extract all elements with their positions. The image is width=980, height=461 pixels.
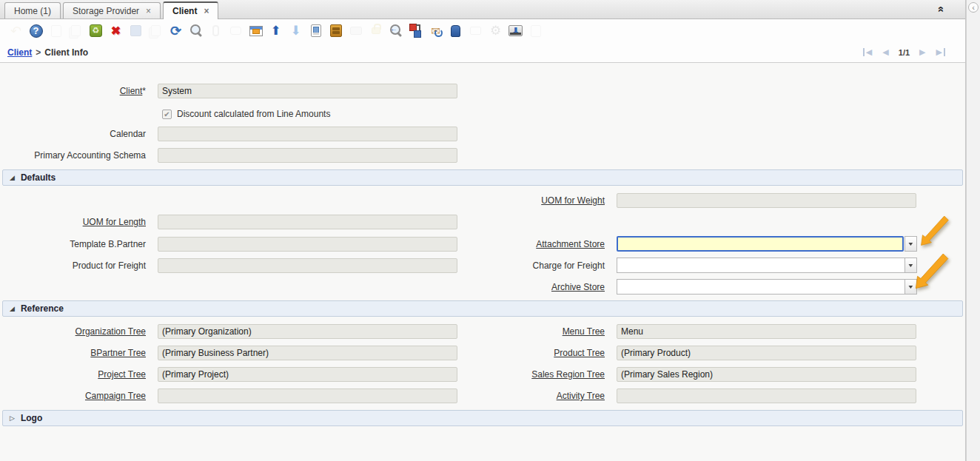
dropdown-icon[interactable]: ▼	[905, 236, 917, 252]
uom-length-label[interactable]: UOM for Length	[0, 217, 152, 227]
attachment-icon[interactable]	[207, 22, 224, 39]
breadcrumb-separator: >	[36, 47, 41, 58]
window-size-icon[interactable]	[467, 22, 484, 39]
uom-weight-label[interactable]: UOM for Weight	[457, 195, 611, 206]
idempiere-window: Home (1) Storage Provider× Client× « ↶ ?…	[0, 0, 980, 461]
section-defaults[interactable]: ◢ Defaults	[2, 169, 963, 186]
product-tree-field: (Primary Product)	[617, 346, 916, 360]
menu-tree-label[interactable]: Menu Tree	[457, 326, 611, 337]
org-tree-label[interactable]: Organization Tree	[0, 326, 152, 337]
print-icon[interactable]	[347, 22, 364, 39]
uom-length-field	[158, 215, 457, 229]
refresh-icon[interactable]: ⟳	[167, 22, 184, 39]
preferences-icon[interactable]: ⚙	[487, 22, 504, 39]
menu-tree-field: Menu	[617, 324, 916, 339]
dropdown-icon[interactable]: ▼	[905, 258, 917, 273]
bpartner-tree-label[interactable]: BPartner Tree	[0, 348, 152, 358]
zoom-across-icon[interactable]: ←	[387, 22, 404, 39]
tab-home[interactable]: Home (1)	[4, 2, 61, 18]
collapse-header-icon[interactable]: «	[935, 6, 947, 12]
east-panel-collapsed: ‹	[966, 0, 980, 461]
copy-record-icon[interactable]	[67, 22, 84, 39]
file-import-icon[interactable]	[527, 22, 544, 39]
template-bpartner-field	[158, 237, 457, 252]
tab-home-label: Home (1)	[14, 6, 51, 16]
close-icon[interactable]: ×	[146, 7, 151, 16]
requests-icon[interactable]: ✉	[427, 22, 444, 39]
record-pager: ◀ ◀ 1/1 ▶ ▶	[861, 47, 947, 57]
breadcrumb-row: Client>Client Info ◀ ◀ 1/1 ▶ ▶	[0, 42, 965, 63]
discount-checkbox[interactable]: ✔	[162, 110, 172, 119]
product-freight-field	[158, 258, 457, 273]
client-label[interactable]: Client*	[0, 86, 152, 96]
previous-record-icon[interactable]: ◀	[882, 47, 888, 57]
project-tree-label[interactable]: Project Tree	[0, 369, 152, 380]
lock-icon[interactable]	[367, 22, 384, 39]
window-tab-bar: Home (1) Storage Provider× Client× «	[0, 0, 965, 19]
section-reference[interactable]: ◢ Reference	[2, 300, 963, 317]
delete-record-icon[interactable]: ♻	[87, 22, 104, 39]
campaign-tree-label[interactable]: Campaign Tree	[0, 391, 152, 401]
new-record-icon[interactable]	[47, 22, 64, 39]
uom-weight-field	[617, 193, 916, 208]
charge-freight-label: Charge for Freight	[457, 260, 611, 271]
detail-record-icon[interactable]: ⬇	[287, 22, 304, 39]
main-area: Home (1) Storage Provider× Client× « ↶ ?…	[0, 0, 966, 461]
dropdown-icon[interactable]: ▼	[905, 279, 917, 295]
project-tree-field: (Primary Project)	[158, 367, 457, 382]
parent-record-icon[interactable]: ⬆	[267, 22, 284, 39]
charge-freight-combobox[interactable]: ▼	[617, 258, 917, 273]
next-record-icon[interactable]: ▶	[919, 47, 925, 57]
product-tree-label[interactable]: Product Tree	[457, 348, 611, 358]
expand-caret-icon: ▷	[10, 414, 15, 422]
record-count-label: 1/1	[899, 48, 910, 57]
accounting-schema-field	[158, 148, 457, 163]
expand-east-panel-icon[interactable]: ‹	[968, 2, 979, 13]
product-freight-label: Product for Freight	[0, 260, 152, 271]
archive-store-label[interactable]: Archive Store	[457, 282, 611, 292]
first-record-icon[interactable]: ◀	[866, 47, 872, 57]
collapse-caret-icon: ◢	[10, 174, 15, 181]
export-icon[interactable]: ⬇	[507, 22, 524, 39]
activity-tree-label[interactable]: Activity Tree	[457, 391, 611, 401]
tab-storage-provider-label: Storage Provider	[73, 6, 139, 16]
collapse-caret-icon: ◢	[10, 305, 15, 312]
activity-tree-field	[617, 388, 916, 403]
sales-region-tree-label[interactable]: Sales Region Tree	[457, 369, 611, 380]
attachment-store-label[interactable]: Attachment Store	[457, 239, 611, 249]
last-record-icon[interactable]: ▶	[936, 47, 942, 57]
product-info-icon[interactable]	[447, 22, 464, 39]
delete-selection-icon[interactable]: ✖	[107, 22, 124, 39]
toolbar: ↶ ? ♻ ✖ ⟳ ⬆ ⬇ ← ✉ ⚙ ⬇	[0, 19, 965, 42]
tab-client[interactable]: Client×	[163, 1, 218, 19]
help-icon[interactable]: ?	[27, 22, 44, 39]
section-logo-title: Logo	[21, 413, 42, 423]
workflow-icon[interactable]	[407, 22, 424, 39]
breadcrumb: Client>Client Info	[7, 47, 88, 58]
report-icon[interactable]	[307, 22, 324, 39]
bpartner-tree-field: (Primary Business Partner)	[158, 346, 457, 360]
calendar-field	[158, 127, 457, 141]
discount-checkbox-label: Discount calculated from Line Amounts	[177, 109, 330, 119]
tab-client-label: Client	[172, 6, 197, 16]
save-icon[interactable]	[127, 22, 144, 39]
save-create-new-icon[interactable]	[147, 22, 164, 39]
section-logo[interactable]: ▷ Logo	[2, 410, 963, 426]
template-bpartner-label: Template B.Partner	[0, 239, 152, 249]
client-field: System	[158, 84, 457, 98]
undo-icon[interactable]: ↶	[7, 22, 24, 39]
chat-icon[interactable]	[227, 22, 244, 39]
breadcrumb-current: Client Info	[44, 47, 88, 58]
sales-region-tree-field: (Primary Sales Region)	[617, 367, 916, 382]
close-icon[interactable]: ×	[204, 7, 209, 16]
archive-icon[interactable]	[327, 22, 344, 39]
find-icon[interactable]	[187, 22, 204, 39]
breadcrumb-client-link[interactable]: Client	[7, 47, 32, 58]
campaign-tree-field	[158, 388, 457, 403]
archive-store-combobox[interactable]: ▼	[617, 279, 917, 295]
grid-toggle-icon[interactable]	[247, 22, 264, 39]
attachment-store-combobox[interactable]: ▼	[617, 236, 917, 252]
tab-storage-provider[interactable]: Storage Provider×	[63, 2, 161, 18]
org-tree-field: (Primary Organization)	[158, 324, 457, 339]
accounting-schema-label: Primary Accounting Schema	[0, 150, 152, 161]
